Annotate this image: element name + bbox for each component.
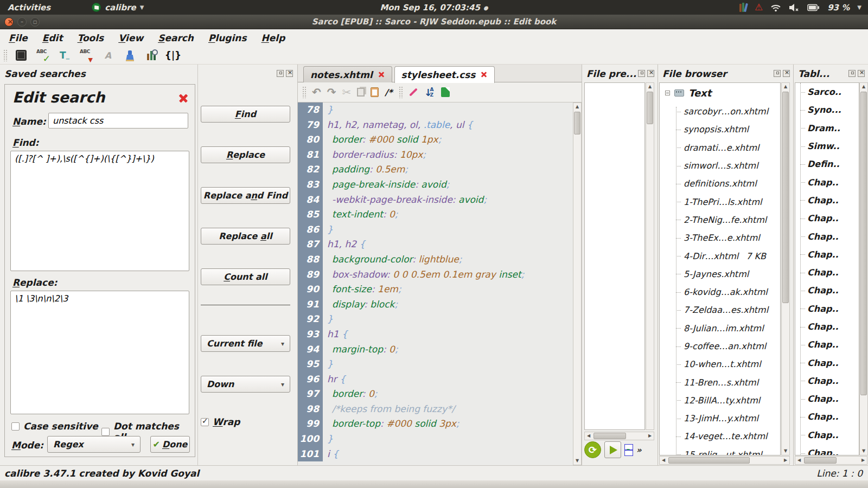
wrap-checkbox[interactable]: Wrap xyxy=(201,416,240,427)
panel-close-icon[interactable] xyxy=(783,70,790,77)
panel-close-icon[interactable] xyxy=(858,70,865,77)
toc-item[interactable]: Chap.. xyxy=(795,227,859,245)
mode-select[interactable]: Regex xyxy=(47,436,141,453)
scroll-left-icon[interactable]: ◀ xyxy=(660,457,667,464)
menu-tools[interactable]: Tools xyxy=(78,33,104,43)
reports-icon[interactable] xyxy=(144,48,159,62)
tab-close-icon[interactable] xyxy=(480,71,488,79)
activities-button[interactable]: Activities xyxy=(8,3,50,12)
file-browser-item[interactable]: 1-ThePri…ls.xhtml xyxy=(660,192,780,210)
toc-horizontal-scrollbar[interactable]: ◀ ▶ xyxy=(795,456,867,465)
font-icon[interactable]: A xyxy=(100,48,116,62)
code-line[interactable]: 81border-radius: 10px; xyxy=(298,147,573,163)
warning-icon[interactable]: ⚠ xyxy=(755,3,763,12)
window-maximize-button[interactable] xyxy=(30,17,40,27)
file-browser-item[interactable]: 12-BillA…ty.xhtml xyxy=(660,391,780,409)
menu-file[interactable]: File xyxy=(9,33,28,43)
code-line[interactable]: 90font-size: 1em; xyxy=(298,282,573,297)
browser-vertical-scrollbar[interactable]: ▲ ▼ xyxy=(781,82,790,455)
code-line[interactable]: 86} xyxy=(298,222,573,237)
file-browser-item[interactable]: 4-Dir…xhtml7 KB xyxy=(660,247,780,265)
code-line[interactable]: 88background-color: lightblue; xyxy=(298,252,573,267)
scroll-up-icon[interactable]: ▲ xyxy=(860,83,867,91)
toolbar-grip-handle[interactable] xyxy=(3,49,7,61)
toc-item[interactable]: Chap.. xyxy=(795,336,859,354)
mode-grid-icon[interactable] xyxy=(14,48,29,62)
menu-plugins[interactable]: Plugins xyxy=(208,33,247,43)
paste-icon[interactable] xyxy=(371,87,379,97)
panel-float-icon[interactable] xyxy=(277,70,284,77)
file-browser-item[interactable]: definitions.xhtml xyxy=(660,175,780,192)
toc-item[interactable]: Chap.. xyxy=(795,173,859,191)
battery-icon[interactable] xyxy=(807,4,820,11)
editor-vertical-scrollbar[interactable]: ▲ ▼ xyxy=(573,102,582,465)
toc-item[interactable]: Chap.. xyxy=(795,426,859,444)
toc-item[interactable]: Simw.. xyxy=(795,137,859,155)
search-name-input[interactable] xyxy=(48,113,188,129)
code-line[interactable]: 94margin-top: 0; xyxy=(298,342,573,357)
code-line[interactable]: 83page-break-inside: avoid; xyxy=(298,177,573,192)
volume-muted-icon[interactable] xyxy=(789,3,800,12)
toc-item[interactable]: Chap.. xyxy=(795,281,859,299)
preview-horizontal-scrollbar[interactable]: ◀ ▶ xyxy=(584,432,654,440)
toc-item[interactable]: Chap.. xyxy=(795,246,859,264)
scroll-up-icon[interactable]: ▲ xyxy=(573,103,581,111)
replace-button[interactable]: Replace xyxy=(201,146,290,163)
menu-view[interactable]: View xyxy=(118,33,143,43)
code-line[interactable]: 85text-indent: 0; xyxy=(298,207,573,222)
scroll-down-icon[interactable]: ▼ xyxy=(782,447,789,455)
library-books-icon[interactable] xyxy=(739,3,747,12)
color-pen-icon[interactable] xyxy=(409,88,418,97)
panel-close-icon[interactable] xyxy=(286,70,293,77)
file-browser-item[interactable]: 14-veget…te.xhtml xyxy=(660,427,780,445)
panel-float-icon[interactable] xyxy=(638,70,645,77)
toc-item[interactable]: Sarco.. xyxy=(795,83,859,101)
file-browser-item[interactable]: 2-TheNig…fe.xhtml xyxy=(660,211,780,229)
toc-item[interactable]: Chap.. xyxy=(795,444,859,455)
toc-item[interactable]: Chap.. xyxy=(795,372,859,390)
code-line[interactable]: 96hr { xyxy=(298,372,573,387)
menu-help[interactable]: Help xyxy=(261,33,285,43)
toc-item[interactable]: Dram.. xyxy=(795,119,859,137)
wifi-icon[interactable] xyxy=(770,3,781,12)
code-line[interactable]: 91display: block; xyxy=(298,297,573,312)
toolbar-grip-handle[interactable] xyxy=(302,86,306,98)
app-menu[interactable]: calibre ▼ xyxy=(92,3,144,12)
panel-float-icon[interactable] xyxy=(848,70,856,77)
scroll-right-icon[interactable]: ▶ xyxy=(859,457,867,464)
toolbar-overflow-button[interactable]: » xyxy=(636,445,642,455)
format-css-icon[interactable] xyxy=(441,87,450,97)
collapse-icon[interactable] xyxy=(665,91,670,95)
code-line[interactable]: 79h1, h2, nametag, ol, .table, ul { xyxy=(298,118,573,133)
preview-vertical-scrollbar[interactable]: ▲ xyxy=(646,82,654,430)
scroll-down-icon[interactable]: ▼ xyxy=(860,447,867,455)
file-browser-root[interactable]: Text xyxy=(660,83,780,102)
spellcheck-icon[interactable]: ABC xyxy=(35,48,50,62)
file-browser-item[interactable]: simworl…s.xhtml xyxy=(660,157,780,175)
code-line[interactable]: 84-webkit-page-break-inside: avoid; xyxy=(298,192,573,208)
file-browser-item[interactable]: 15-relig…ut.xhtml xyxy=(660,446,780,455)
code-line[interactable]: 100} xyxy=(298,432,573,447)
case-sensitive-checkbox[interactable]: Case sensitive xyxy=(11,421,98,432)
code-line[interactable]: 97border: 0; xyxy=(298,387,573,402)
code-line[interactable]: 93h1 { xyxy=(298,327,573,342)
system-menu-chevron-icon[interactable]: ▼ xyxy=(857,4,861,10)
browser-horizontal-scrollbar[interactable]: ◀ ▶ xyxy=(659,456,790,465)
toc-item[interactable]: Chap.. xyxy=(795,390,859,408)
file-browser-item[interactable]: 7-Zeldaa…es.xhtml xyxy=(660,301,780,319)
sync-position-icon[interactable] xyxy=(624,444,633,456)
toc-item[interactable]: Chap.. xyxy=(795,408,859,426)
scroll-down-icon[interactable]: ▼ xyxy=(573,457,581,465)
file-browser-item[interactable]: 8-Julian…im.xhtml xyxy=(660,319,780,337)
find-textarea[interactable]: ([.]?[^ ]+),\s([^{]+)(\{[^}]+\}) xyxy=(10,151,189,271)
file-browser-item[interactable]: 3-TheEx…e.xhtml xyxy=(660,229,780,247)
code-line[interactable]: 101i { xyxy=(298,447,573,462)
scroll-left-icon[interactable]: ◀ xyxy=(795,457,803,464)
panel-float-icon[interactable] xyxy=(774,70,781,77)
code-line[interactable]: 87h1, h2 { xyxy=(298,237,573,252)
scroll-up-icon[interactable]: ▲ xyxy=(782,83,789,91)
text-case-icon[interactable]: T xyxy=(57,48,72,62)
toc-item[interactable]: Chap.. xyxy=(795,264,859,281)
copy-icon[interactable] xyxy=(357,88,365,97)
toc-item[interactable]: Defin.. xyxy=(795,155,859,173)
